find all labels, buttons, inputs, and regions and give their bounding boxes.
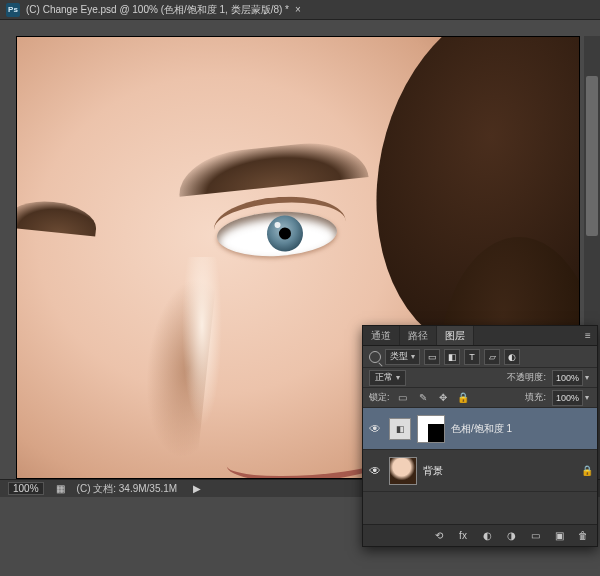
new-adjustment-icon[interactable]: ◑ [503, 528, 519, 544]
tab-paths[interactable]: 路径 [400, 326, 437, 345]
layer-fx-icon[interactable]: fx [455, 528, 471, 544]
filter-pixel-icon[interactable]: ▭ [424, 349, 440, 365]
info-menu-chevron-icon[interactable]: ▶ [193, 483, 201, 494]
opacity-label: 不透明度: [507, 371, 546, 384]
layer-row[interactable]: 👁 ◧ 色相/饱和度 1 [363, 408, 597, 450]
opacity-value: 100% [552, 370, 583, 386]
lock-all-icon[interactable]: 🔒 [456, 391, 470, 405]
filter-adjust-icon[interactable]: ◧ [444, 349, 460, 365]
filter-kind-label: 类型 [390, 350, 408, 363]
panel-menu-icon[interactable]: ≡ [579, 326, 597, 345]
link-layers-icon[interactable]: ⟲ [431, 528, 447, 544]
tab-layers[interactable]: 图层 [437, 326, 474, 345]
add-mask-icon[interactable]: ◐ [479, 528, 495, 544]
document-tabbar: Ps (C) Change Eye.psd @ 100% (色相/饱和度 1, … [0, 0, 600, 20]
layer-list: 👁 ◧ 色相/饱和度 1 👁 背景 🔒 [363, 408, 597, 524]
lock-label: 锁定: [369, 391, 390, 404]
chevron-down-icon: ▾ [583, 393, 591, 402]
lock-icon: 🔒 [581, 465, 593, 476]
photoshop-window: Ps (C) Change Eye.psd @ 100% (色相/饱和度 1, … [0, 0, 600, 576]
chevron-down-icon: ▾ [583, 373, 591, 382]
lock-pixels-icon[interactable]: ✎ [416, 391, 430, 405]
layer-name[interactable]: 背景 [423, 464, 575, 478]
lock-transparency-icon[interactable]: ▭ [396, 391, 410, 405]
filter-type-icon[interactable]: T [464, 349, 480, 365]
trash-icon[interactable]: 🗑 [575, 528, 591, 544]
vertical-ruler[interactable] [0, 20, 16, 496]
chevron-down-icon: ▾ [411, 352, 415, 361]
layer-thumbnail[interactable] [389, 457, 417, 485]
scrollbar-thumb[interactable] [586, 76, 598, 236]
visibility-eye-icon[interactable]: 👁 [367, 422, 383, 436]
document-tab-title[interactable]: (C) Change Eye.psd @ 100% (色相/饱和度 1, 类层蒙… [26, 3, 289, 17]
close-icon[interactable]: × [295, 4, 301, 15]
filter-smart-icon[interactable]: ◐ [504, 349, 520, 365]
layer-name[interactable]: 色相/饱和度 1 [451, 422, 593, 436]
zoom-field[interactable]: 100% [8, 482, 44, 495]
layer-filter-row: 类型 ▾ ▭ ◧ T ▱ ◐ [363, 346, 597, 368]
layers-panel: 通道 路径 图层 ≡ 类型 ▾ ▭ ◧ T ▱ ◐ 正常 ▾ 不透明度: [362, 325, 598, 547]
fill-field[interactable]: 100% ▾ [552, 390, 591, 406]
blend-opacity-row: 正常 ▾ 不透明度: 100% ▾ [363, 368, 597, 388]
horizontal-ruler[interactable] [0, 20, 584, 36]
preview-icon[interactable]: ▦ [56, 483, 65, 494]
filter-shape-icon[interactable]: ▱ [484, 349, 500, 365]
tab-channels[interactable]: 通道 [363, 326, 400, 345]
layers-panel-footer: ⟲ fx ◐ ◑ ▭ ▣ 🗑 [363, 524, 597, 546]
fill-label: 填充: [525, 391, 546, 404]
search-icon[interactable] [369, 351, 381, 363]
lock-position-icon[interactable]: ✥ [436, 391, 450, 405]
layer-mask-thumbnail[interactable] [417, 415, 445, 443]
document-info[interactable]: (C) 文档: 34.9M/35.1M [77, 482, 178, 496]
layer-row[interactable]: 👁 背景 🔒 [363, 450, 597, 492]
fill-value: 100% [552, 390, 583, 406]
new-layer-icon[interactable]: ▣ [551, 528, 567, 544]
blend-mode-value: 正常 [375, 371, 393, 384]
panel-tabstrip: 通道 路径 图层 ≡ [363, 326, 597, 346]
visibility-eye-icon[interactable]: 👁 [367, 464, 383, 478]
lock-fill-row: 锁定: ▭ ✎ ✥ 🔒 填充: 100% ▾ [363, 388, 597, 408]
opacity-field[interactable]: 100% ▾ [552, 370, 591, 386]
app-icon: Ps [6, 3, 20, 17]
new-group-icon[interactable]: ▭ [527, 528, 543, 544]
blend-mode-dropdown[interactable]: 正常 ▾ [369, 370, 406, 386]
filter-kind-dropdown[interactable]: 类型 ▾ [385, 349, 420, 365]
chevron-down-icon: ▾ [396, 373, 400, 382]
adjustment-layer-icon[interactable]: ◧ [389, 418, 411, 440]
